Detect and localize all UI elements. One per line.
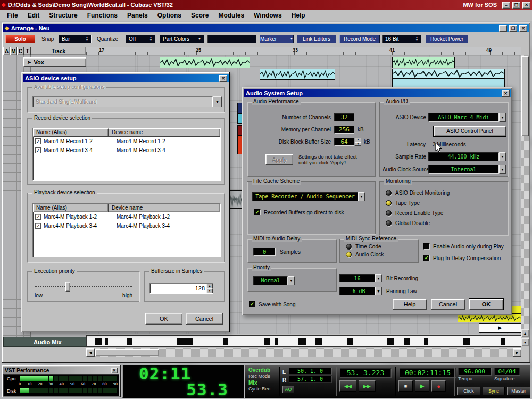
dropdown-arrow-icon[interactable]: ▼ xyxy=(499,152,506,161)
recorded-buffers-checkbox[interactable]: ✓ xyxy=(254,209,261,215)
audio-part[interactable] xyxy=(392,57,455,68)
device-checkbox[interactable]: ✓ xyxy=(35,223,41,229)
vst-performance-close-button[interactable]: ✕ xyxy=(111,368,118,373)
audio-part[interactable] xyxy=(160,57,250,68)
device-row[interactable]: ✓Marc4-M Record 3-4Marc4-M Record 3-4 xyxy=(33,146,220,155)
help-button[interactable]: Help xyxy=(393,299,427,310)
scroll-up-button[interactable]: ▲ xyxy=(521,329,529,337)
plugin-delay-checkbox-row[interactable]: ✓ Plug-In Delay Compensation xyxy=(423,255,501,261)
audio-part[interactable] xyxy=(260,69,335,80)
asio-dialog-close-button[interactable]: ✕ xyxy=(219,75,227,82)
dropdown-arrow-icon[interactable]: ▼ xyxy=(499,165,506,174)
master-button[interactable]: Master xyxy=(507,387,530,395)
dropdown-arrow-icon[interactable]: ▼ xyxy=(358,192,365,201)
column-name-alias[interactable]: Name (Alias) xyxy=(33,128,109,137)
column-device-name[interactable]: Device name xyxy=(109,128,220,137)
monitoring-option[interactable]: ASIO Direct Monitoring xyxy=(386,190,450,196)
midi-sync-radio-led-icon[interactable] xyxy=(346,252,352,257)
up-arrow-icon[interactable]: ▲ xyxy=(355,138,361,142)
audio-part[interactable] xyxy=(392,69,505,79)
monitoring-option[interactable]: Tape Type xyxy=(386,200,450,206)
monitoring-option[interactable]: Global Disable xyxy=(386,220,450,226)
h-scrollbar-thumb[interactable] xyxy=(95,349,159,356)
cache-scheme-dropdown[interactable]: Tape Recorder / Audio Sequencer ▼ xyxy=(252,192,365,201)
panning-law-dropdown[interactable]: -6 dB ▼ xyxy=(339,287,382,295)
column-name-alias[interactable]: Name (Alias) xyxy=(33,204,109,212)
device-row[interactable]: ✓Marc4-M Playback 1-2Marc4-M Playback 1-… xyxy=(33,212,220,221)
dropdown-arrow-icon[interactable]: ▼ xyxy=(375,287,382,295)
channels-value[interactable]: 32 xyxy=(334,113,354,121)
sync-button[interactable]: Sync xyxy=(483,387,505,395)
priority-slider-thumb[interactable] xyxy=(65,282,70,292)
priority-dropdown[interactable]: Normal ▼ xyxy=(253,276,295,285)
scroll-left-button[interactable]: ◀ xyxy=(86,348,95,357)
up-arrow-icon[interactable]: ▲ xyxy=(206,284,213,288)
plugin-delay-checkbox[interactable]: ✓ xyxy=(423,255,430,261)
monitoring-radio-led-icon[interactable] xyxy=(386,190,392,196)
record-device-list[interactable]: Name (Alias) Device name ✓Marc4-M Record… xyxy=(32,128,221,181)
monitoring-radio-led-icon[interactable] xyxy=(386,220,392,226)
audio-dialog-close-button[interactable]: ✕ xyxy=(502,90,510,97)
asio-device-dropdown[interactable]: ASIO Marc 4 Midi ▼ xyxy=(428,113,506,122)
ok-button[interactable]: OK xyxy=(469,299,503,310)
bit-recording-dropdown[interactable]: 16 ▼ xyxy=(339,274,382,282)
memory-value[interactable]: 256 xyxy=(334,126,354,134)
midi-delay-value[interactable]: 0 xyxy=(253,248,276,256)
audio-dialog-title-bar[interactable]: Audio System Setup ✕ xyxy=(244,89,511,97)
midi-sync-radio-led-icon[interactable] xyxy=(346,244,352,250)
stop-button[interactable]: ■ xyxy=(398,380,413,392)
signature-value[interactable]: 04/04 xyxy=(494,368,520,375)
midi-sync-option[interactable]: Audio Clock xyxy=(346,252,384,257)
device-checkbox[interactable]: ✓ xyxy=(35,147,41,153)
rewind-button[interactable]: ◀◀ xyxy=(339,380,356,392)
playback-device-list[interactable]: Name (Alias) Device name ✓Marc4-M Playba… xyxy=(32,203,221,257)
cycle-rec-value[interactable]: Mix xyxy=(248,380,257,386)
rec-mode-value[interactable]: Overdub xyxy=(248,367,270,373)
asio-control-panel-button[interactable]: ASIO Control Panel xyxy=(434,126,506,136)
play-button[interactable]: ▶ xyxy=(415,380,429,392)
vst-performance-title-bar[interactable]: VST Performance ✕ xyxy=(3,367,119,374)
enable-audio-checkbox-row[interactable]: Enable Audio only during Play xyxy=(423,243,504,250)
right-locator-value[interactable]: 57. 1. 0 xyxy=(289,376,331,383)
time-display-window[interactable]: 02:11 53.3 xyxy=(122,365,244,398)
buffersize-input[interactable]: 128 ▲▼ xyxy=(149,283,213,294)
audio-part[interactable]: ▶ xyxy=(479,323,521,333)
record-button[interactable]: ● xyxy=(431,380,446,392)
buffersize-spinner[interactable]: ▲▼ xyxy=(206,284,213,293)
save-with-song-checkbox-row[interactable]: ✓ Save with Song xyxy=(249,301,296,307)
disk-block-value[interactable]: 64 xyxy=(334,138,354,146)
apply-button[interactable]: Apply xyxy=(265,154,293,165)
overview-bar[interactable] xyxy=(86,335,521,347)
device-checkbox[interactable]: ✓ xyxy=(35,214,41,220)
tempo-value[interactable]: 96.000 xyxy=(458,368,491,375)
forward-button[interactable]: ▶▶ xyxy=(359,380,376,392)
column-device-name[interactable]: Device name xyxy=(109,204,220,212)
dropdown-arrow-icon[interactable]: ▼ xyxy=(288,276,295,285)
device-row[interactable]: ✓Marc4-M Record 1-2Marc4-M Record 1-2 xyxy=(33,137,220,146)
enable-audio-checkbox[interactable] xyxy=(423,243,430,250)
song-position-value[interactable]: 53. 3.223 xyxy=(340,368,391,377)
left-locator-value[interactable]: 50. 1. 0 xyxy=(289,368,331,375)
priority-slider-track[interactable] xyxy=(35,286,132,287)
dropdown-arrow-icon[interactable]: ▼ xyxy=(375,274,382,282)
dropdown-arrow-icon[interactable]: ▼ xyxy=(213,96,222,107)
disk-block-spinner[interactable]: ▲▼ xyxy=(355,138,361,146)
track-row-audio-mix[interactable]: Audio Mix xyxy=(3,337,86,347)
timecode-value[interactable]: 00:02:11:15 xyxy=(400,368,456,377)
asio-dialog-title-bar[interactable]: ASIO device setup ✕ xyxy=(23,74,229,82)
cancel-button[interactable]: Cancel xyxy=(431,299,465,310)
asio-ok-button[interactable]: OK xyxy=(145,313,182,325)
scroll-down-button[interactable]: ▼ xyxy=(521,338,529,346)
down-arrow-icon[interactable]: ▼ xyxy=(206,288,213,293)
click-button[interactable]: Click xyxy=(457,387,480,395)
asio-cancel-button[interactable]: Cancel xyxy=(186,313,223,325)
midi-sync-option[interactable]: Time Code xyxy=(346,244,384,250)
monitoring-radio-led-icon[interactable] xyxy=(386,210,392,216)
down-arrow-icon[interactable]: ▼ xyxy=(355,142,361,146)
aq-button[interactable]: AQ xyxy=(282,386,294,393)
audio-part[interactable] xyxy=(230,190,243,209)
clock-source-dropdown[interactable]: Internal ▼ xyxy=(428,165,506,174)
scroll-right-button[interactable]: ▶ xyxy=(513,348,521,357)
device-row[interactable]: ✓Marc4-M Playback 3-4Marc4-M Playback 3-… xyxy=(33,221,220,230)
recorded-buffers-checkbox-row[interactable]: ✓ Recorded Buffers go direct to disk xyxy=(254,209,344,215)
